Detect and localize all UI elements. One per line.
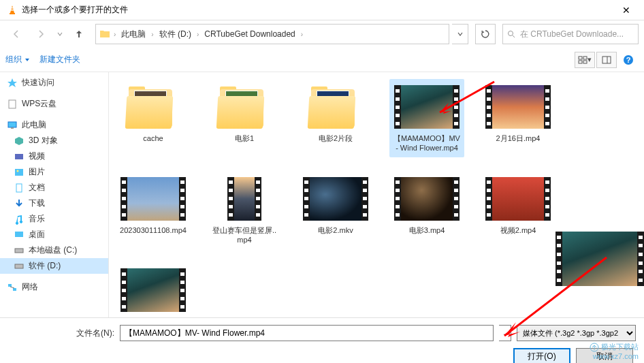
sidebar-item-video[interactable]: 视频 [0, 148, 108, 164]
network-icon [7, 282, 18, 293]
file-item[interactable] [116, 262, 191, 317]
up-button[interactable] [68, 25, 90, 44]
search-input[interactable]: 在 CRTubeGet Downloade... [502, 24, 639, 44]
sidebar-item-desktop[interactable]: 桌面 [0, 227, 108, 242]
window-title: 选择一个或多个要打开的文件 [22, 4, 611, 16]
organize-menu[interactable]: 组织 [5, 54, 30, 65]
svg-rect-6 [583, 57, 587, 59]
address-dropdown[interactable] [452, 24, 468, 44]
drive-icon [14, 245, 25, 256]
history-dropdown[interactable] [54, 31, 65, 37]
svg-rect-21 [15, 249, 23, 253]
document-icon [7, 99, 18, 110]
file-item[interactable]: 2月16日.mp4 [481, 79, 556, 157]
file-item[interactable]: 【MAMAMOO】MV- Wind Flower.mp4 [389, 79, 464, 157]
document-icon [14, 183, 25, 193]
sidebar-item-3d[interactable]: 3D 对象 [0, 133, 108, 148]
svg-point-3 [509, 31, 513, 35]
forward-button[interactable] [30, 25, 52, 44]
file-name: 登山赛车但是竖屏..mp4 [211, 225, 278, 245]
breadcrumb-item[interactable]: 此电脑 [118, 27, 148, 42]
back-button[interactable] [5, 25, 27, 44]
svg-rect-9 [602, 57, 611, 63]
folder-item[interactable]: 电影2片段 [298, 79, 373, 157]
breadcrumb-item[interactable]: CRTubeGet Downloaded [202, 28, 297, 40]
address-bar[interactable]: › 此电脑 › 软件 (D:) › CRTubeGet Downloaded › [95, 24, 449, 44]
filename-label: 文件名(N): [76, 328, 114, 339]
help-button[interactable]: ? [618, 52, 639, 68]
sidebar-item-downloads[interactable]: 下载 [0, 195, 108, 211]
svg-rect-1 [12, 7, 14, 9]
file-name: 电影1 [235, 133, 254, 143]
file-name: 【MAMAMOO】MV- Wind Flower.mp4 [393, 133, 460, 153]
refresh-button[interactable] [475, 24, 496, 44]
svg-rect-7 [579, 61, 582, 63]
svg-rect-15 [11, 127, 14, 129]
folder-item[interactable]: 电影1 [207, 79, 282, 157]
desktop-icon [14, 230, 25, 240]
picture-icon [14, 167, 25, 178]
file-name: 202303011108.mp4 [120, 225, 187, 235]
sidebar-item-quickaccess[interactable]: 快速访问 [0, 75, 108, 91]
preview-pane-button[interactable] [596, 52, 617, 68]
svg-point-18 [17, 170, 19, 172]
svg-rect-19 [16, 184, 22, 192]
cube-icon [14, 136, 25, 146]
download-icon [14, 198, 25, 209]
file-item[interactable]: 视频2.mp4 [481, 171, 556, 249]
file-item[interactable]: 登山赛车但是竖屏..mp4 [207, 171, 282, 249]
new-folder-button[interactable]: 新建文件夹 [39, 54, 80, 65]
file-item[interactable]: 电影2.mkv [298, 171, 373, 249]
filename-dropdown[interactable]: ⌄ [499, 325, 511, 341]
search-icon [507, 30, 516, 39]
chevron-right-icon: › [151, 31, 153, 38]
file-name: 视频2.mp4 [500, 225, 536, 235]
svg-rect-0 [10, 13, 15, 14]
sidebar: 快速访问 WPS云盘 此电脑 3D 对象 视频 图片 文档 下载 音乐 桌面 本… [0, 72, 109, 317]
svg-rect-24 [13, 288, 16, 291]
svg-rect-8 [583, 61, 587, 63]
file-item[interactable]: 电影3.mp4 [389, 171, 464, 249]
svg-rect-2 [11, 10, 14, 11]
sidebar-item-music[interactable]: 音乐 [0, 211, 108, 227]
music-icon [14, 214, 25, 225]
file-name: cache [143, 133, 163, 143]
sidebar-item-network[interactable]: 网络 [0, 279, 108, 295]
sidebar-item-documents[interactable]: 文档 [0, 180, 108, 195]
sidebar-item-ddrive[interactable]: 软件 (D:) [0, 258, 108, 274]
svg-rect-16 [15, 154, 23, 159]
folder-item[interactable]: cache [116, 79, 191, 157]
cancel-button[interactable]: 取消 [576, 348, 633, 363]
chevron-right-icon: › [301, 31, 303, 38]
breadcrumb-item[interactable]: 软件 (D:) [157, 27, 194, 42]
sidebar-item-cdrive[interactable]: 本地磁盘 (C:) [0, 242, 108, 258]
file-name: 电影2.mkv [318, 225, 353, 235]
sidebar-item-thispc[interactable]: 此电脑 [0, 117, 108, 133]
svg-rect-23 [8, 284, 12, 287]
star-icon [7, 78, 18, 89]
view-changer[interactable]: ▾ [575, 52, 595, 68]
svg-rect-20 [15, 232, 23, 237]
pc-icon [7, 120, 18, 131]
sidebar-item-pictures[interactable]: 图片 [0, 164, 108, 180]
preview-pane [556, 232, 644, 286]
search-placeholder: 在 CRTubeGet Downloade... [520, 29, 624, 40]
svg-rect-22 [15, 264, 23, 268]
drive-icon [14, 261, 25, 272]
svg-rect-5 [579, 57, 582, 59]
close-button[interactable]: ✕ [611, 0, 641, 20]
file-name: 2月16日.mp4 [496, 133, 541, 143]
open-button[interactable]: 打开(O) [513, 348, 570, 363]
video-icon [14, 151, 25, 162]
svg-rect-14 [8, 122, 16, 127]
filename-input[interactable] [120, 325, 494, 341]
svg-line-4 [513, 35, 515, 37]
file-item[interactable]: 202303011108.mp4 [116, 171, 191, 249]
file-name: 电影3.mp4 [409, 225, 445, 235]
file-type-filter[interactable]: 媒体文件 (*.3g2 *.3gp *.3gp2 [517, 325, 636, 341]
chevron-right-icon: › [197, 31, 199, 38]
vlc-icon [7, 5, 18, 16]
svg-line-25 [10, 287, 14, 288]
sidebar-item-wps[interactable]: WPS云盘 [0, 96, 108, 112]
svg-rect-17 [15, 169, 23, 176]
